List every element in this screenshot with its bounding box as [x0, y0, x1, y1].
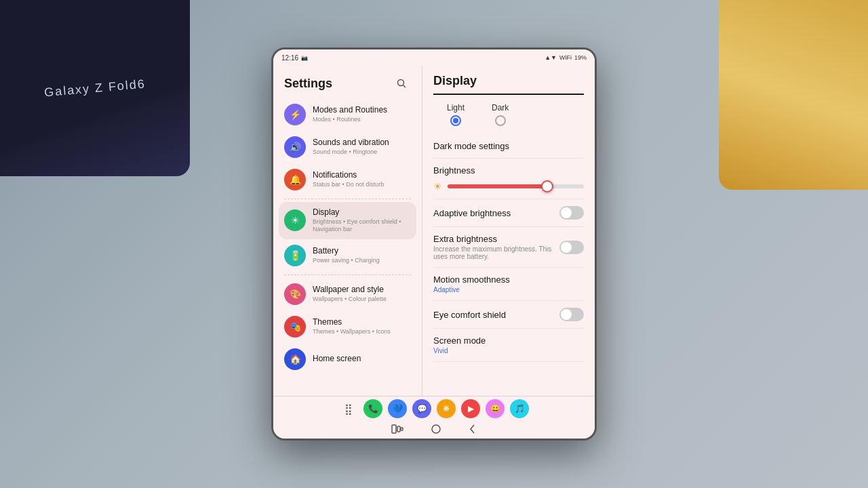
dock-phone-icon[interactable]: 📞: [363, 399, 382, 418]
notifications-subtitle: Status bar • Do not disturb: [313, 181, 411, 189]
lego-decoration: [719, 0, 868, 190]
status-icon: 📷: [301, 55, 308, 61]
battery-text: Battery Power saving • Charging: [313, 246, 411, 264]
sounds-icon: 🔊: [284, 136, 306, 158]
dock-emoji-icon[interactable]: 😀: [486, 399, 505, 418]
svg-point-5: [432, 425, 440, 433]
dark-mode-settings-item[interactable]: Dark mode settings: [433, 134, 584, 159]
search-button[interactable]: [392, 74, 411, 93]
dock-youtube-icon[interactable]: ▶: [461, 399, 480, 418]
dock-music-icon[interactable]: 🎵: [510, 399, 529, 418]
extra-brightness-text: Extra brightness Increase the maximum br…: [433, 234, 559, 260]
sidebar-item-themes[interactable]: 🎭 Themes Themes • Wallpapers • Icons: [279, 310, 416, 343]
battery-title: Battery: [313, 246, 411, 257]
wallpaper-title: Wallpaper and style: [313, 285, 411, 296]
sounds-text: Sounds and vibration Sound mode • Ringto…: [313, 138, 411, 156]
theme-light-radio-inner: [453, 118, 458, 123]
dock-messages-icon[interactable]: 💬: [412, 399, 431, 418]
modes-text: Modes and Routines Modes • Routines: [313, 105, 411, 123]
settings-title: Settings: [284, 77, 332, 91]
svg-rect-4: [401, 428, 403, 430]
galaxy-brand-text: Galaxy Z Fold6: [43, 77, 146, 100]
theme-dark-radio[interactable]: [495, 115, 506, 126]
notifications-text: Notifications Status bar • Do not distur…: [313, 170, 411, 188]
display-panel: Display Light Dark Dark mode settings: [422, 66, 595, 396]
sidebar-item-modes[interactable]: ⚡ Modes and Routines Modes • Routines: [279, 98, 416, 131]
screen-mode-label: Screen mode: [433, 336, 584, 346]
theme-dark-label: Dark: [492, 103, 509, 113]
brightness-section: Brightness ☀: [433, 159, 584, 199]
screen-mode-item[interactable]: Screen mode Vivid: [433, 329, 584, 362]
display-subtitle: Brightness • Eye comfort shield • Naviga…: [313, 218, 411, 234]
dark-mode-label: Dark mode settings: [433, 141, 584, 151]
extra-brightness-toggle[interactable]: [559, 241, 584, 254]
settings-panel: Settings ⚡ Modes and Routines Modes • Ro…: [273, 66, 422, 396]
status-signal: ▲▼: [545, 54, 557, 61]
extra-brightness-item: Extra brightness Increase the maximum br…: [433, 227, 584, 268]
display-icon: ☀: [284, 209, 306, 231]
extra-brightness-row: Extra brightness Increase the maximum br…: [433, 234, 584, 260]
theme-light-option[interactable]: Light: [447, 103, 465, 126]
adaptive-brightness-item: Adaptive brightness: [433, 199, 584, 227]
modes-icon: ⚡: [284, 104, 306, 125]
themes-title: Themes: [313, 317, 411, 328]
adaptive-brightness-toggle[interactable]: [559, 206, 584, 220]
phone-frame: 12:16 📷 ▲▼ WiFi 19% Settings: [271, 47, 597, 441]
status-battery: 19%: [574, 54, 587, 61]
bottom-nav: ⣿ 📞 💙 💬 ❋ ▶ 😀 🎵: [273, 396, 595, 439]
extra-brightness-knob: [561, 242, 572, 253]
eye-comfort-row: Eye comfort shield: [433, 308, 584, 321]
theme-dark-option[interactable]: Dark: [492, 103, 509, 126]
modes-title: Modes and Routines: [313, 105, 411, 116]
theme-toggle-row: Light Dark: [433, 103, 584, 126]
notifications-title: Notifications: [313, 170, 411, 181]
brightness-slider-thumb[interactable]: [541, 180, 553, 192]
dock-samsung-icon[interactable]: ❋: [437, 399, 456, 418]
status-wifi: WiFi: [559, 54, 572, 61]
sidebar-item-wallpaper[interactable]: 🎨 Wallpaper and style Wallpapers • Colou…: [279, 278, 416, 310]
eye-comfort-knob: [561, 309, 572, 320]
display-panel-divider: [433, 94, 584, 95]
status-right: ▲▼ WiFi 19%: [545, 54, 587, 61]
brightness-row: ☀: [433, 181, 584, 192]
adaptive-brightness-row: Adaptive brightness: [433, 206, 584, 220]
eye-comfort-item: Eye comfort shield: [433, 301, 584, 329]
sidebar-item-notifications[interactable]: 🔔 Notifications Status bar • Do not dist…: [279, 163, 416, 196]
brightness-slider-track[interactable]: [448, 184, 584, 188]
display-panel-title: Display: [433, 74, 584, 88]
sidebar-item-display[interactable]: ☀ Display Brightness • Eye comfort shiel…: [279, 202, 416, 239]
extra-brightness-label: Extra brightness: [433, 234, 559, 244]
themes-subtitle: Themes • Wallpapers • Icons: [313, 328, 411, 336]
dock-grid-icon[interactable]: ⣿: [339, 399, 358, 418]
modes-subtitle: Modes • Routines: [313, 116, 411, 124]
sidebar-item-battery[interactable]: 🔋 Battery Power saving • Charging: [279, 239, 416, 272]
home-icon: 🏠: [284, 348, 306, 370]
home-text: Home screen: [313, 354, 411, 365]
dock-bixby-icon[interactable]: 💙: [388, 399, 407, 418]
notifications-icon: 🔔: [284, 169, 306, 190]
main-content: Settings ⚡ Modes and Routines Modes • Ro…: [273, 66, 595, 396]
eye-comfort-toggle[interactable]: [559, 308, 584, 321]
nav-back-button[interactable]: [469, 424, 477, 434]
settings-header: Settings: [273, 66, 422, 98]
svg-point-0: [398, 80, 404, 86]
svg-rect-2: [392, 425, 396, 433]
extra-brightness-sub: Increase the maximum brightness. This us…: [433, 245, 559, 260]
wallpaper-icon: 🎨: [284, 283, 306, 305]
divider-1: [284, 199, 411, 199]
motion-smoothness-item[interactable]: Motion smoothness Adaptive: [433, 268, 584, 301]
display-title: Display: [313, 207, 411, 218]
nav-recent-button[interactable]: [391, 424, 403, 434]
adaptive-brightness-knob: [561, 207, 572, 218]
themes-text: Themes Themes • Wallpapers • Icons: [313, 317, 411, 336]
adaptive-brightness-label: Adaptive brightness: [433, 208, 511, 218]
home-title: Home screen: [313, 354, 411, 365]
theme-light-radio[interactable]: [450, 115, 461, 126]
nav-home-button[interactable]: [431, 424, 441, 434]
themes-icon: 🎭: [284, 316, 306, 338]
display-text: Display Brightness • Eye comfort shield …: [313, 207, 411, 234]
app-dock: ⣿ 📞 💙 💬 ❋ ▶ 😀 🎵: [273, 396, 595, 421]
galaxy-box-decoration: Galaxy Z Fold6: [0, 0, 190, 176]
sidebar-item-home[interactable]: 🏠 Home screen: [279, 343, 416, 375]
sidebar-item-sounds[interactable]: 🔊 Sounds and vibration Sound mode • Ring…: [279, 131, 416, 163]
